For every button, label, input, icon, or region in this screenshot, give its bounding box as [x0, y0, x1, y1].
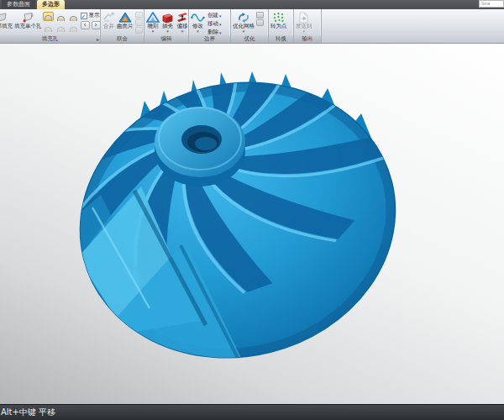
next-hole-button[interactable]: ›	[92, 21, 101, 29]
previous-hole-button[interactable]: ‹	[81, 21, 90, 29]
dropdown-arrow-icon: ▾	[302, 29, 305, 33]
convert-to-points-button[interactable]: 转为点	[270, 10, 288, 29]
optimize-small-tools	[255, 10, 264, 26]
impeller-blades	[0, 44, 429, 391]
merge-button[interactable]: 合并	[102, 10, 116, 29]
shell-button[interactable]: 抽壳 ▾	[160, 10, 175, 33]
send-to-label: 发送到	[296, 24, 312, 29]
dropdown-arrow-icon: ▾	[166, 29, 169, 33]
move-boundary-button[interactable]: 移动▾	[207, 20, 222, 28]
output-content: 发送到 ▾	[294, 9, 321, 35]
dropdown-arrow-icon: ▾	[219, 30, 222, 35]
fill-single-hole-button[interactable]: 填充单个孔	[13, 10, 43, 29]
surface-patch-label: 曲面片	[117, 24, 134, 29]
offset-button[interactable]: 偏移 ▾	[175, 10, 188, 33]
group-label-edit: 编辑	[144, 35, 188, 43]
combine-group-caption: 联合	[117, 35, 128, 42]
fill-all-button[interactable]: 全部填充	[0, 10, 13, 29]
dropdown-arrow-icon: ▾	[219, 22, 222, 27]
boundary-group-caption: 边界	[204, 35, 215, 42]
arch-tangent-icon	[57, 16, 65, 21]
merge-icon	[102, 11, 115, 24]
boundary-stack: 创建▾ 移动▾ 删除▾	[206, 10, 222, 35]
fill-holes-right-column: ✓ 显示填充 ‹ ›	[79, 10, 101, 29]
send-page-icon	[298, 11, 309, 24]
fill-single-hole-label: 填充单个孔	[14, 24, 42, 29]
ribbon-group-output: 发送到 ▾ 输出	[294, 9, 322, 43]
fill-type-curvature-button[interactable]	[43, 12, 54, 21]
ribbon-tabstrip: 参数曲面 多边形 Sea	[0, 0, 504, 9]
combine-tool-3-icon[interactable]	[135, 27, 143, 34]
optimize-group-caption: 优化	[244, 35, 255, 42]
shell-icon	[161, 11, 174, 24]
combine-tool-1-icon[interactable]	[135, 12, 143, 18]
viewport-3d[interactable]	[0, 44, 504, 404]
arch-curvature-icon	[45, 15, 52, 20]
hole-fill-type-selector	[43, 10, 79, 32]
offset-icon	[176, 11, 188, 24]
application-window: 参数曲面 多边形 Sea 全部填充 填充单个孔	[0, 0, 504, 420]
convert-to-points-label: 转为点	[270, 24, 287, 29]
optimize-content: 优化网格 ▾	[231, 9, 268, 35]
send-to-button[interactable]: 发送到 ▾	[295, 10, 313, 33]
impeller-mesh-model[interactable]	[0, 44, 504, 404]
refine-icon[interactable]	[256, 19, 264, 26]
delete-boundary-button[interactable]: 删除▾	[207, 29, 222, 35]
ribbon-group-optimize: 优化网格 ▾ 优化	[231, 9, 269, 43]
combine-content: 合并 曲面片	[101, 9, 144, 35]
delete-boundary-label: 删除	[207, 29, 218, 35]
ribbon-group-edit: 雕刻 ▾ 抽壳 ▾ 偏移 ▾ 编辑	[144, 9, 189, 43]
points-grid-icon	[272, 11, 285, 24]
bridge-type-2-button[interactable]	[55, 23, 66, 32]
tab-parametric-surface[interactable]: 参数曲面	[2, 0, 35, 9]
status-hint: Alt+中键 平移	[0, 407, 55, 418]
sculpt-button[interactable]: 雕刻 ▾	[145, 10, 160, 33]
edit-group-caption: 编辑	[161, 35, 172, 42]
arch-bridge2-icon	[57, 27, 65, 32]
create-boundary-label: 创建	[207, 12, 218, 19]
fill-all-bucket-icon	[0, 11, 8, 24]
ribbon-group-fill-holes: 全部填充 填充单个孔	[0, 9, 101, 43]
group-label-convert: 转换	[269, 35, 293, 43]
ribbon-group-convert: 转为点 转换	[269, 9, 294, 43]
bridge-type-3-button[interactable]	[68, 23, 79, 32]
dropdown-arrow-icon: ▾	[197, 29, 199, 33]
dropdown-arrow-icon: ▾	[219, 13, 222, 18]
combine-small-tools	[134, 10, 143, 34]
ribbon-group-boundary: 修改 ▾ 创建▾ 移动▾ 删除▾ 边界	[189, 9, 231, 43]
boundary-content: 修改 ▾ 创建▾ 移动▾ 删除▾	[189, 9, 230, 35]
sculpt-icon	[146, 11, 160, 24]
fill-type-flat-button[interactable]	[68, 12, 79, 21]
fill-holes-content: 全部填充 填充单个孔	[0, 9, 100, 35]
surface-patch-icon	[118, 11, 132, 24]
fill-all-label: 全部填充	[0, 24, 13, 29]
optimize-mesh-button[interactable]: 优化网格 ▾	[232, 10, 255, 33]
ribbon: 全部填充 填充单个孔	[0, 9, 504, 44]
arch-flat-icon	[70, 16, 77, 21]
checkbox-check-icon: ✓	[81, 13, 87, 19]
output-group-caption: 输出	[302, 35, 313, 42]
combine-tool-2-icon[interactable]	[135, 19, 143, 26]
create-boundary-button[interactable]: 创建▾	[207, 12, 222, 19]
tab-polygon[interactable]: 多边形	[37, 0, 65, 9]
impeller-hub	[155, 107, 245, 186]
show-fill-checkbox[interactable]: ✓ 显示填充	[81, 12, 101, 19]
fill-type-tangent-button[interactable]	[55, 12, 66, 21]
dropdown-arrow-icon: ▾	[181, 29, 184, 33]
dialog-launcher-icon[interactable]: ▸	[97, 36, 99, 42]
group-label-boundary: 边界	[189, 35, 230, 43]
convert-content: 转为点	[269, 9, 293, 35]
group-label-output: 输出	[294, 35, 321, 43]
dropdown-arrow-icon: ▾	[243, 29, 245, 33]
modify-boundary-button[interactable]: 修改 ▾	[190, 10, 206, 33]
bridge-type-1-button[interactable]	[43, 23, 54, 32]
hole-nav-buttons: ‹ ›	[81, 21, 101, 29]
edit-content: 雕刻 ▾ 抽壳 ▾ 偏移 ▾	[144, 9, 188, 35]
surface-patch-button[interactable]: 曲面片	[116, 10, 134, 29]
search-box[interactable]: Sea	[479, 0, 504, 8]
simplify-icon[interactable]	[256, 12, 264, 18]
paint-bucket-icon	[21, 11, 34, 24]
wave-icon	[191, 11, 205, 24]
ribbon-group-combine: 合并 曲面片 联合	[101, 9, 144, 43]
move-boundary-label: 移动	[207, 20, 218, 28]
